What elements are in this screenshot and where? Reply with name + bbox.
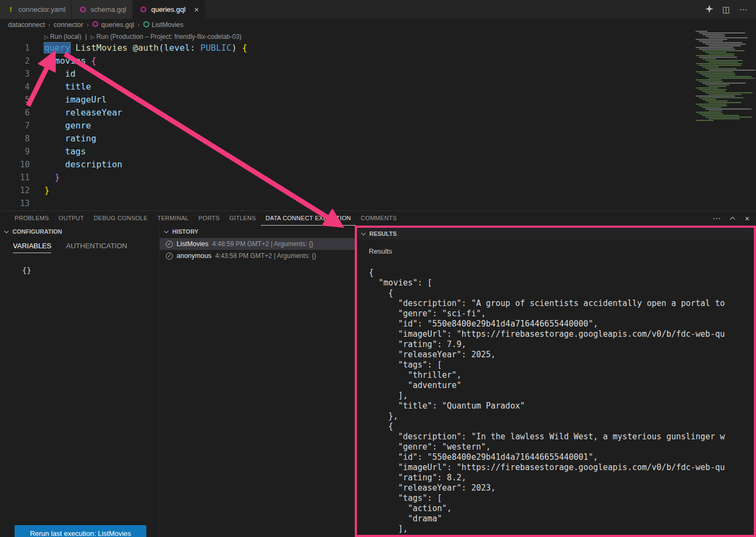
results-json-line: "title": "The Lone Outlaw" <box>369 534 754 537</box>
line-number: 9 <box>0 145 30 158</box>
line-number: 8 <box>0 132 30 145</box>
configuration-tab-variables[interactable]: VARIABLES <box>13 242 51 253</box>
editor-tabs: !connector.yamlschema.gqlqueries.gql× <box>0 0 205 19</box>
panel-tab-debug-console[interactable]: DEBUG CONSOLE <box>89 211 153 226</box>
code-line[interactable]: 1query ListMovies @auth(level: PUBLIC) { <box>0 42 690 55</box>
panel-tab-gitlens[interactable]: GITLENS <box>225 211 261 226</box>
panel-close-icon[interactable]: × <box>745 214 750 223</box>
panel-tab-data-connect-execution[interactable]: DATA CONNECT EXECUTION <box>261 211 356 226</box>
results-json-line: { <box>369 268 754 278</box>
rerun-button[interactable]: Rerun last execution: ListMovies <box>15 525 146 537</box>
panel-actions: ⋯ × <box>712 211 750 226</box>
minimap-line <box>696 79 721 80</box>
copilot-icon[interactable] <box>705 5 713 15</box>
code-line[interactable]: 7 genre <box>0 119 690 132</box>
breadcrumb-separator: › <box>86 21 89 29</box>
history-section: HISTORY ✓ListMovies4:48:59 PM GMT+2 | Ar… <box>160 226 355 537</box>
code-line[interactable]: 12} <box>0 184 690 197</box>
panel-tab-comments[interactable]: COMMENTS <box>356 211 402 226</box>
code-line[interactable]: 4 title <box>0 80 690 93</box>
minimap-line <box>699 105 727 106</box>
code-token <box>237 43 242 53</box>
code-token: ListMovies <box>76 43 127 53</box>
minimap-line <box>699 40 723 42</box>
minimap-line <box>699 65 741 66</box>
minimap-line <box>702 34 725 35</box>
code-line[interactable]: 5 imageUrl <box>0 93 690 106</box>
code-token <box>44 146 65 157</box>
minimap-line <box>696 71 733 72</box>
minimap-line <box>708 37 748 38</box>
minimap-line <box>696 87 719 89</box>
minimap-line <box>702 58 716 59</box>
minimap-line <box>702 91 725 92</box>
code-token: releaseYear <box>65 107 123 118</box>
code-token: id <box>65 69 76 79</box>
panel-tab-problems[interactable]: PROBLEMS <box>10 211 54 226</box>
history-item-meta: 4:48:59 PM GMT+2 | Arguments: {} <box>212 240 313 248</box>
more-actions-icon[interactable]: ⋯ <box>739 5 747 15</box>
code-token <box>195 43 200 53</box>
panel-tab-ports[interactable]: PORTS <box>193 211 224 226</box>
code-line[interactable]: 2 movies { <box>0 55 690 67</box>
history-item-meta: 4:43:58 PM GMT+2 | Arguments: {} <box>215 252 316 260</box>
results-json-line: "movies": [ <box>369 278 754 288</box>
results-json-line: "drama" <box>369 514 754 524</box>
panel-tab-terminal[interactable]: TERMINAL <box>152 211 193 226</box>
history-header[interactable]: HISTORY <box>160 226 355 237</box>
history-item[interactable]: ✓ListMovies4:48:59 PM GMT+2 | Arguments:… <box>160 238 355 250</box>
close-icon[interactable]: × <box>194 5 199 13</box>
variables-value: {} <box>22 266 159 275</box>
panel-tab-output[interactable]: OUTPUT <box>54 211 89 226</box>
breadcrumb-item-queries.gql[interactable]: queries.gql <box>92 21 134 29</box>
tab-schema-gql[interactable]: schema.gql <box>72 0 132 19</box>
results-json[interactable]: { "movies": [ { "description": "A group … <box>369 268 754 537</box>
results-json-line: "rating": 7.9, <box>369 339 754 350</box>
code-line[interactable]: 13 <box>0 197 690 210</box>
tab-queries-gql[interactable]: queries.gql× <box>133 0 205 19</box>
code-text: title <box>30 80 91 93</box>
tab-connector-yaml[interactable]: !connector.yaml <box>0 0 72 19</box>
code-line[interactable]: 10 description <box>0 158 690 171</box>
panel-maximize-icon[interactable] <box>730 216 735 222</box>
tab-label: queries.gql <box>151 5 186 13</box>
breadcrumb-label: ListMovies <box>152 21 184 29</box>
split-editor-icon[interactable]: ◫ <box>723 5 730 15</box>
configuration-tab-authentication[interactable]: AUTHENTICATION <box>66 242 127 253</box>
code-line[interactable]: 6 releaseYear <box>0 106 690 119</box>
minimap-line <box>708 110 723 111</box>
breadcrumb-item-ListMovies[interactable]: ListMovies <box>143 21 184 29</box>
minimap-line <box>702 83 746 84</box>
panel-more-icon[interactable]: ⋯ <box>712 214 720 223</box>
results-json-line: "genre": "western", <box>369 442 754 452</box>
results-json-line: "rating": 8.2, <box>369 473 754 483</box>
code-token <box>44 69 65 79</box>
minimap-line <box>696 112 721 113</box>
history-item[interactable]: ✓anonymous4:43:58 PM GMT+2 | Arguments: … <box>160 250 355 262</box>
breadcrumb-separator: › <box>48 21 50 29</box>
configuration-header[interactable]: CONFIGURATION <box>0 226 159 237</box>
code-editor[interactable]: ▷ Run (local) | ▷ Run (Production – Proj… <box>0 31 756 210</box>
minimap-line <box>708 78 755 79</box>
results-json-line: "adventure" <box>369 380 754 391</box>
panel-body: CONFIGURATION VARIABLESAUTHENTICATION {}… <box>0 226 756 537</box>
run-local-link[interactable]: ▷ Run (local) <box>44 33 82 40</box>
minimap-line <box>702 42 742 43</box>
breadcrumb-item-dataconnect[interactable]: dataconnect <box>8 21 45 29</box>
code-line[interactable]: 8 rating <box>0 132 690 145</box>
breadcrumb-item-connector[interactable]: connector <box>53 21 83 29</box>
results-header[interactable]: RESULTS <box>357 228 754 240</box>
code-token: PUBLIC <box>200 43 232 53</box>
line-number: 6 <box>0 106 30 119</box>
minimap-line <box>705 36 725 37</box>
code-line[interactable]: 9 tags <box>0 145 690 158</box>
minimap-line <box>696 104 727 105</box>
panel-tabs: PROBLEMSOUTPUTDEBUG CONSOLETERMINALPORTS… <box>0 211 402 226</box>
minimap[interactable] <box>693 31 755 121</box>
code-token: } <box>44 185 50 195</box>
code-line[interactable]: 3 id <box>0 67 690 80</box>
run-production-link[interactable]: ▷ Run (Production – Project: friendly-fl… <box>91 33 242 40</box>
code-line[interactable]: 11 } <box>0 171 690 184</box>
minimap-line <box>708 62 738 63</box>
code-text: } <box>30 184 50 197</box>
